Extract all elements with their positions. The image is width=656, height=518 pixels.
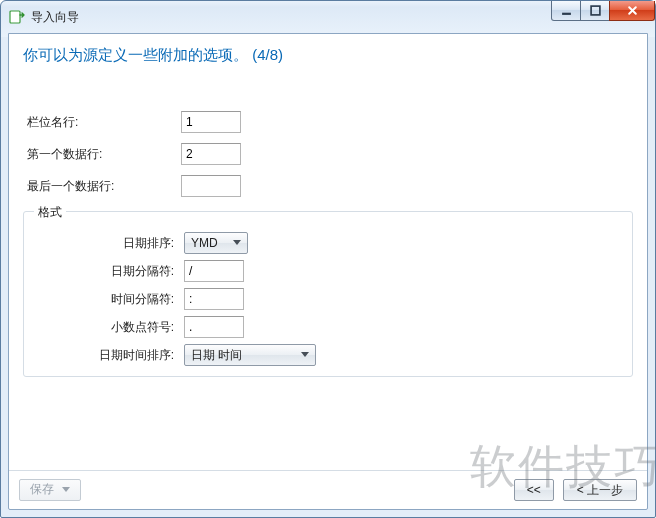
time-sep-input[interactable] (184, 288, 244, 310)
window-controls (552, 1, 655, 21)
time-sep-label: 时间分隔符: (34, 291, 184, 308)
back-button-label: < 上一步 (577, 482, 623, 499)
save-button[interactable]: 保存 (19, 479, 81, 501)
format-legend: 格式 (34, 204, 66, 221)
window-frame: 导入向导 你可以为源定义一些附加的选项。 (4/8) 栏位名行: 第一个数据行: (0, 0, 656, 518)
chevron-down-icon (62, 487, 70, 493)
page-heading: 你可以为源定义一些附加的选项。 (4/8) (9, 34, 647, 73)
datetime-order-select[interactable]: 日期 时间 (184, 344, 316, 366)
chevron-down-icon (229, 234, 245, 252)
first-page-button[interactable]: << (514, 479, 554, 501)
first-data-row-input[interactable] (181, 143, 241, 165)
maximize-button[interactable] (580, 1, 610, 21)
save-button-label: 保存 (30, 481, 54, 498)
titlebar[interactable]: 导入向导 (1, 1, 655, 33)
date-order-label: 日期排序: (34, 235, 184, 252)
footer: 保存 << < 上一步 (9, 470, 647, 510)
last-data-row-field: 最后一个数据行: (23, 175, 633, 197)
date-sep-label: 日期分隔符: (34, 263, 184, 280)
first-page-label: << (527, 483, 541, 497)
datetime-order-label: 日期时间排序: (34, 347, 184, 364)
datetime-order-field: 日期时间排序: 日期 时间 (34, 344, 622, 366)
datetime-order-value: 日期 时间 (191, 347, 248, 364)
dec-sym-field: 小数点符号: (34, 316, 622, 338)
first-data-row-field: 第一个数据行: (23, 143, 633, 165)
close-button[interactable] (609, 1, 655, 21)
first-data-row-label: 第一个数据行: (23, 146, 181, 163)
header-row-label: 栏位名行: (23, 114, 181, 131)
date-order-select[interactable]: YMD (184, 232, 248, 254)
last-data-row-label: 最后一个数据行: (23, 178, 181, 195)
content-area: 栏位名行: 第一个数据行: 最后一个数据行: 格式 日期排序: YMD (9, 73, 647, 470)
svg-rect-2 (591, 6, 600, 15)
minimize-button[interactable] (551, 1, 581, 21)
date-order-value: YMD (191, 236, 224, 250)
chevron-down-icon (297, 346, 313, 364)
format-fieldset: 格式 日期排序: YMD 日期分隔符: 时间分隔符: (23, 211, 633, 377)
svg-rect-1 (562, 13, 571, 15)
date-order-field: 日期排序: YMD (34, 232, 622, 254)
date-sep-field: 日期分隔符: (34, 260, 622, 282)
app-icon (9, 9, 25, 25)
client-area: 你可以为源定义一些附加的选项。 (4/8) 栏位名行: 第一个数据行: 最后一个… (8, 33, 648, 510)
dec-sym-label: 小数点符号: (34, 319, 184, 336)
svg-rect-0 (10, 11, 20, 23)
time-sep-field: 时间分隔符: (34, 288, 622, 310)
last-data-row-input[interactable] (181, 175, 241, 197)
dec-sym-input[interactable] (184, 316, 244, 338)
back-button[interactable]: < 上一步 (563, 479, 637, 501)
header-row-input[interactable] (181, 111, 241, 133)
date-sep-input[interactable] (184, 260, 244, 282)
header-row-field: 栏位名行: (23, 111, 633, 133)
window-title: 导入向导 (31, 9, 79, 26)
